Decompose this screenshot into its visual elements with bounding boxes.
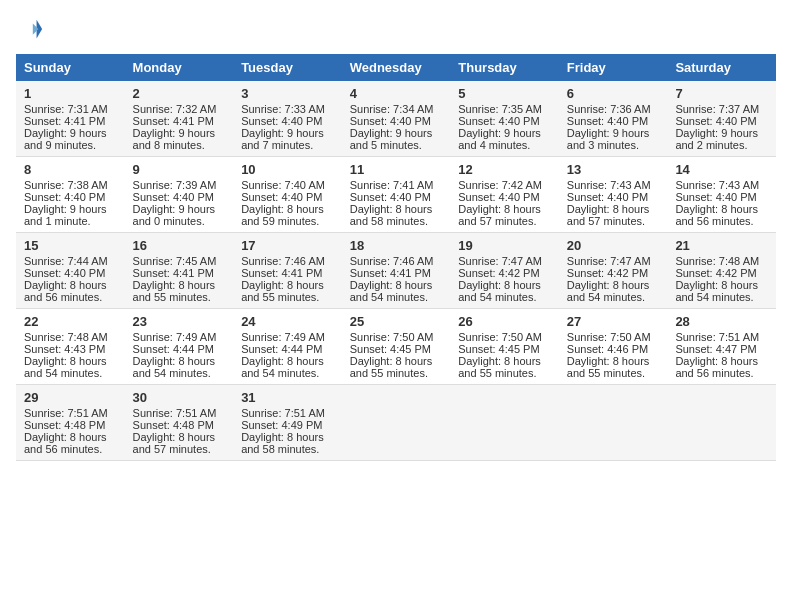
sunrise-label: Sunrise: 7:50 AM [458,331,542,343]
day-cell: 21Sunrise: 7:48 AMSunset: 4:42 PMDayligh… [667,233,776,309]
day-number: 16 [133,238,226,253]
sunrise-label: Sunrise: 7:41 AM [350,179,434,191]
day-cell: 9Sunrise: 7:39 AMSunset: 4:40 PMDaylight… [125,157,234,233]
day-cell: 23Sunrise: 7:49 AMSunset: 4:44 PMDayligh… [125,309,234,385]
day-cell: 4Sunrise: 7:34 AMSunset: 4:40 PMDaylight… [342,81,451,157]
sunrise-label: Sunrise: 7:32 AM [133,103,217,115]
sunset-label: Sunset: 4:41 PM [241,267,322,279]
day-cell: 24Sunrise: 7:49 AMSunset: 4:44 PMDayligh… [233,309,342,385]
col-header-wednesday: Wednesday [342,54,451,81]
sunset-label: Sunset: 4:40 PM [241,191,322,203]
sunset-label: Sunset: 4:48 PM [133,419,214,431]
sunset-label: Sunset: 4:45 PM [458,343,539,355]
sunset-label: Sunset: 4:40 PM [458,191,539,203]
sunset-label: Sunset: 4:41 PM [350,267,431,279]
week-row-3: 15Sunrise: 7:44 AMSunset: 4:40 PMDayligh… [16,233,776,309]
day-number: 9 [133,162,226,177]
daylight-label: Daylight: 8 hours and 57 minutes. [133,431,216,455]
day-cell: 19Sunrise: 7:47 AMSunset: 4:42 PMDayligh… [450,233,559,309]
day-number: 15 [24,238,117,253]
sunrise-label: Sunrise: 7:42 AM [458,179,542,191]
daylight-label: Daylight: 8 hours and 54 minutes. [675,279,758,303]
daylight-label: Daylight: 9 hours and 2 minutes. [675,127,758,151]
daylight-label: Daylight: 8 hours and 54 minutes. [241,355,324,379]
sunset-label: Sunset: 4:41 PM [133,115,214,127]
daylight-label: Daylight: 8 hours and 55 minutes. [567,355,650,379]
sunrise-label: Sunrise: 7:44 AM [24,255,108,267]
sunset-label: Sunset: 4:44 PM [133,343,214,355]
day-number: 13 [567,162,660,177]
daylight-label: Daylight: 9 hours and 1 minute. [24,203,107,227]
day-cell [559,385,668,461]
sunset-label: Sunset: 4:41 PM [133,267,214,279]
sunrise-label: Sunrise: 7:43 AM [567,179,651,191]
sunrise-label: Sunrise: 7:47 AM [567,255,651,267]
day-cell: 10Sunrise: 7:40 AMSunset: 4:40 PMDayligh… [233,157,342,233]
sunrise-label: Sunrise: 7:46 AM [241,255,325,267]
daylight-label: Daylight: 8 hours and 55 minutes. [133,279,216,303]
sunset-label: Sunset: 4:42 PM [675,267,756,279]
logo [16,16,48,44]
sunset-label: Sunset: 4:40 PM [24,191,105,203]
day-cell: 30Sunrise: 7:51 AMSunset: 4:48 PMDayligh… [125,385,234,461]
calendar-table: SundayMondayTuesdayWednesdayThursdayFrid… [16,54,776,461]
day-number: 28 [675,314,768,329]
sunset-label: Sunset: 4:42 PM [458,267,539,279]
day-number: 23 [133,314,226,329]
day-cell: 6Sunrise: 7:36 AMSunset: 4:40 PMDaylight… [559,81,668,157]
daylight-label: Daylight: 8 hours and 54 minutes. [24,355,107,379]
col-header-sunday: Sunday [16,54,125,81]
daylight-label: Daylight: 8 hours and 58 minutes. [350,203,433,227]
day-cell: 16Sunrise: 7:45 AMSunset: 4:41 PMDayligh… [125,233,234,309]
day-number: 24 [241,314,334,329]
sunrise-label: Sunrise: 7:51 AM [241,407,325,419]
day-number: 10 [241,162,334,177]
sunset-label: Sunset: 4:49 PM [241,419,322,431]
daylight-label: Daylight: 8 hours and 54 minutes. [458,279,541,303]
sunrise-label: Sunrise: 7:46 AM [350,255,434,267]
sunrise-label: Sunrise: 7:51 AM [24,407,108,419]
sunrise-label: Sunrise: 7:35 AM [458,103,542,115]
day-number: 17 [241,238,334,253]
sunrise-label: Sunrise: 7:47 AM [458,255,542,267]
day-cell: 17Sunrise: 7:46 AMSunset: 4:41 PMDayligh… [233,233,342,309]
day-number: 5 [458,86,551,101]
sunset-label: Sunset: 4:47 PM [675,343,756,355]
sunrise-label: Sunrise: 7:37 AM [675,103,759,115]
daylight-label: Daylight: 8 hours and 55 minutes. [350,355,433,379]
col-header-saturday: Saturday [667,54,776,81]
day-cell: 1Sunrise: 7:31 AMSunset: 4:41 PMDaylight… [16,81,125,157]
daylight-label: Daylight: 9 hours and 8 minutes. [133,127,216,151]
col-header-thursday: Thursday [450,54,559,81]
sunrise-label: Sunrise: 7:49 AM [241,331,325,343]
day-number: 7 [675,86,768,101]
header-row: SundayMondayTuesdayWednesdayThursdayFrid… [16,54,776,81]
week-row-4: 22Sunrise: 7:48 AMSunset: 4:43 PMDayligh… [16,309,776,385]
sunset-label: Sunset: 4:41 PM [24,115,105,127]
day-number: 20 [567,238,660,253]
day-number: 11 [350,162,443,177]
week-row-5: 29Sunrise: 7:51 AMSunset: 4:48 PMDayligh… [16,385,776,461]
day-cell: 5Sunrise: 7:35 AMSunset: 4:40 PMDaylight… [450,81,559,157]
sunset-label: Sunset: 4:42 PM [567,267,648,279]
col-header-tuesday: Tuesday [233,54,342,81]
daylight-label: Daylight: 8 hours and 54 minutes. [350,279,433,303]
day-cell: 27Sunrise: 7:50 AMSunset: 4:46 PMDayligh… [559,309,668,385]
day-number: 12 [458,162,551,177]
daylight-label: Daylight: 8 hours and 59 minutes. [241,203,324,227]
sunrise-label: Sunrise: 7:50 AM [350,331,434,343]
daylight-label: Daylight: 8 hours and 56 minutes. [24,431,107,455]
daylight-label: Daylight: 9 hours and 4 minutes. [458,127,541,151]
week-row-1: 1Sunrise: 7:31 AMSunset: 4:41 PMDaylight… [16,81,776,157]
daylight-label: Daylight: 8 hours and 54 minutes. [567,279,650,303]
day-cell: 11Sunrise: 7:41 AMSunset: 4:40 PMDayligh… [342,157,451,233]
col-header-friday: Friday [559,54,668,81]
sunset-label: Sunset: 4:40 PM [567,115,648,127]
daylight-label: Daylight: 8 hours and 56 minutes. [675,203,758,227]
day-cell: 26Sunrise: 7:50 AMSunset: 4:45 PMDayligh… [450,309,559,385]
sunset-label: Sunset: 4:40 PM [567,191,648,203]
daylight-label: Daylight: 8 hours and 57 minutes. [567,203,650,227]
day-number: 21 [675,238,768,253]
sunrise-label: Sunrise: 7:48 AM [24,331,108,343]
sunset-label: Sunset: 4:48 PM [24,419,105,431]
